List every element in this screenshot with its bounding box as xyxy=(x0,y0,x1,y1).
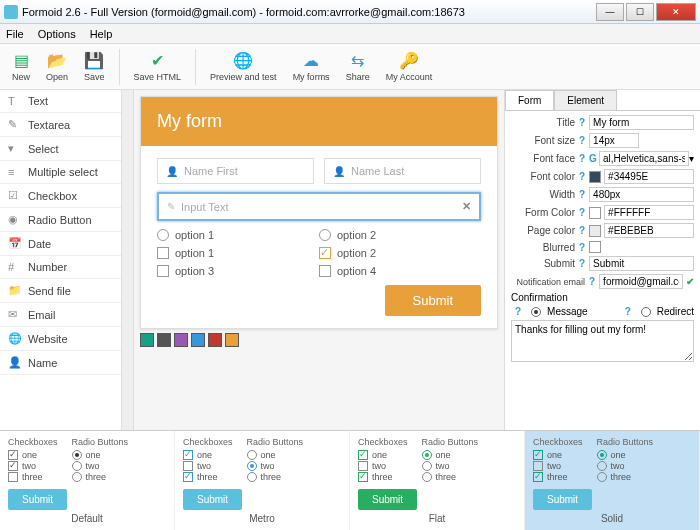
fontsize-input[interactable] xyxy=(589,133,639,148)
myforms-button[interactable]: ☁My forms xyxy=(287,49,336,84)
help-icon[interactable]: ? xyxy=(625,306,631,317)
theme-checkbox[interactable]: one xyxy=(8,450,58,460)
palette-swatch[interactable] xyxy=(140,333,154,347)
theme-checkbox[interactable]: two xyxy=(183,461,233,471)
submit-input[interactable] xyxy=(589,256,694,271)
theme-checkbox[interactable]: two xyxy=(533,461,583,471)
theme-radio[interactable]: two xyxy=(422,461,479,471)
theme-radio[interactable]: one xyxy=(247,450,304,460)
sidebar-item[interactable]: 📁Send file xyxy=(0,279,121,303)
minimize-button[interactable]: — xyxy=(596,3,624,21)
menu-options[interactable]: Options xyxy=(38,28,76,40)
theme-radio[interactable]: three xyxy=(597,472,654,482)
palette-swatch[interactable] xyxy=(225,333,239,347)
color-swatch[interactable] xyxy=(589,171,601,183)
fontface-select[interactable] xyxy=(599,151,689,166)
sidebar-item[interactable]: 👤Name xyxy=(0,351,121,375)
theme-radio[interactable]: one xyxy=(72,450,129,460)
palette-swatch[interactable] xyxy=(174,333,188,347)
sidebar-item[interactable]: ✎Textarea xyxy=(0,113,121,137)
open-button[interactable]: 📂Open xyxy=(40,49,74,84)
help-icon[interactable]: ? xyxy=(579,189,585,200)
sidebar-item[interactable]: ☑Checkbox xyxy=(0,184,121,208)
theme-radio[interactable]: two xyxy=(597,461,654,471)
help-icon[interactable]: ? xyxy=(579,135,585,146)
theme-radio[interactable]: one xyxy=(422,450,479,460)
save-button[interactable]: 💾Save xyxy=(78,49,111,84)
checkbox-option4[interactable]: option 4 xyxy=(319,265,481,277)
title-input[interactable] xyxy=(589,115,694,130)
google-fonts-icon[interactable]: G xyxy=(589,153,597,164)
sidebar-item[interactable]: ✉Email xyxy=(0,303,121,327)
confirmation-message[interactable]: Thanks for filling out my form! xyxy=(511,320,694,362)
savehtml-button[interactable]: ✔Save HTML xyxy=(128,49,188,84)
help-icon[interactable]: ? xyxy=(579,207,585,218)
theme-checkbox[interactable]: one xyxy=(358,450,408,460)
sidebar-item[interactable]: ▾Select xyxy=(0,137,121,161)
color-swatch[interactable] xyxy=(589,207,601,219)
maximize-button[interactable]: ☐ xyxy=(626,3,654,21)
menu-file[interactable]: File xyxy=(6,28,24,40)
theme-checkbox[interactable]: three xyxy=(183,472,233,482)
theme-radio[interactable]: three xyxy=(247,472,304,482)
palette-swatch[interactable] xyxy=(191,333,205,347)
theme-radio[interactable]: two xyxy=(72,461,129,471)
theme-submit-button[interactable]: Submit xyxy=(8,489,67,510)
sidebar-item[interactable]: #Number xyxy=(0,256,121,279)
preview-button[interactable]: 🌐Preview and test xyxy=(204,49,283,84)
width-input[interactable] xyxy=(589,187,694,202)
redirect-radio[interactable] xyxy=(641,307,651,317)
theme-metro[interactable]: CheckboxesonetwothreeRadio Buttonsonetwo… xyxy=(175,431,350,530)
theme-checkbox[interactable]: one xyxy=(533,450,583,460)
fontcolor-input[interactable] xyxy=(604,169,694,184)
theme-checkbox[interactable]: one xyxy=(183,450,233,460)
checkbox-option3[interactable]: option 3 xyxy=(157,265,319,277)
account-button[interactable]: 🔑My Account xyxy=(380,49,439,84)
form-submit-button[interactable]: Submit xyxy=(385,285,481,316)
radio-option2[interactable]: option 2 xyxy=(319,229,481,241)
formcolor-input[interactable] xyxy=(604,205,694,220)
theme-radio[interactable]: one xyxy=(597,450,654,460)
palette-swatch[interactable] xyxy=(157,333,171,347)
checkbox-option2[interactable]: option 2 xyxy=(319,247,481,259)
theme-solid[interactable]: CheckboxesonetwothreeRadio Buttonsonetwo… xyxy=(525,431,700,530)
sidebar-item[interactable]: ◉Radio Button xyxy=(0,208,121,232)
radio-option1[interactable]: option 1 xyxy=(157,229,319,241)
theme-submit-button[interactable]: Submit xyxy=(533,489,592,510)
theme-radio[interactable]: three xyxy=(72,472,129,482)
share-button[interactable]: ⇆Share xyxy=(340,49,376,84)
sidebar-item[interactable]: 🌐Website xyxy=(0,327,121,351)
new-button[interactable]: ▤New xyxy=(6,49,36,84)
help-icon[interactable]: ? xyxy=(579,242,585,253)
help-icon[interactable]: ? xyxy=(579,225,585,236)
message-radio[interactable] xyxy=(531,307,541,317)
palette-swatch[interactable] xyxy=(208,333,222,347)
pagecolor-input[interactable] xyxy=(604,223,694,238)
checkbox-option1[interactable]: option 1 xyxy=(157,247,319,259)
help-icon[interactable]: ? xyxy=(579,153,585,164)
theme-checkbox[interactable]: two xyxy=(358,461,408,471)
theme-checkbox[interactable]: three xyxy=(8,472,58,482)
theme-radio[interactable]: two xyxy=(247,461,304,471)
sidebar-item[interactable]: 📅Date xyxy=(0,232,121,256)
name-first-input[interactable]: 👤Name First xyxy=(157,158,314,184)
color-swatch[interactable] xyxy=(589,225,601,237)
help-icon[interactable]: ? xyxy=(579,117,585,128)
sidebar-item[interactable]: TText xyxy=(0,90,121,113)
theme-default[interactable]: CheckboxesonetwothreeRadio Buttonsonetwo… xyxy=(0,431,175,530)
close-button[interactable]: ✕ xyxy=(656,3,696,21)
help-icon[interactable]: ? xyxy=(589,276,595,287)
blurred-checkbox[interactable] xyxy=(589,241,601,253)
delete-field-icon[interactable]: ✕ xyxy=(462,200,471,213)
help-icon[interactable]: ? xyxy=(579,171,585,182)
sidebar-item[interactable]: ≡Multiple select xyxy=(0,161,121,184)
tab-form[interactable]: Form xyxy=(505,90,554,110)
theme-submit-button[interactable]: Submit xyxy=(183,489,242,510)
chevron-down-icon[interactable]: ▾ xyxy=(689,153,694,164)
form-title[interactable]: My form xyxy=(141,97,497,146)
menu-help[interactable]: Help xyxy=(90,28,113,40)
theme-checkbox[interactable]: two xyxy=(8,461,58,471)
email-input[interactable] xyxy=(599,274,683,289)
help-icon[interactable]: ? xyxy=(515,306,521,317)
input-text-field[interactable]: ✎Input Text✕ xyxy=(157,192,481,221)
